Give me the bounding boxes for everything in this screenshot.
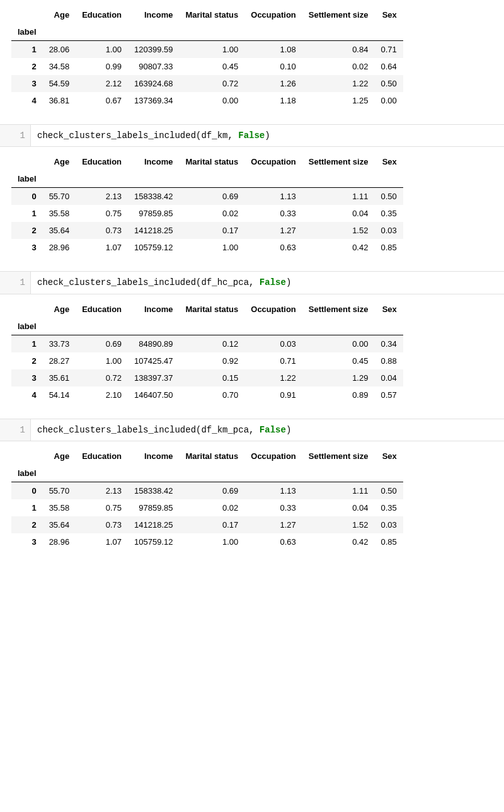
cell: 0.33 xyxy=(244,499,302,516)
cell: 97859.85 xyxy=(128,499,179,516)
column-header: Sex xyxy=(374,6,403,23)
cell: 0.03 xyxy=(244,335,302,352)
cell: 90807.33 xyxy=(128,58,179,75)
column-header: Age xyxy=(43,448,76,465)
row-label: 3 xyxy=(11,75,43,92)
cell: 0.71 xyxy=(374,41,403,59)
cell: 0.85 xyxy=(374,239,403,256)
code-cell[interactable]: 1 check_clusters_labels_included(df_km, … xyxy=(0,124,504,147)
cell: 146407.50 xyxy=(128,386,179,403)
column-header: Settlement size xyxy=(302,6,375,23)
keyword-false: False xyxy=(260,277,286,287)
cell: 0.42 xyxy=(302,533,375,550)
cell: 1.00 xyxy=(179,533,244,550)
row-label: 2 xyxy=(11,58,43,75)
cell: 0.99 xyxy=(76,58,128,75)
line-number: 1 xyxy=(0,272,31,293)
table-row: 454.142.10146407.500.700.910.890.57 xyxy=(11,386,403,403)
notebook: AgeEducationIncomeMarital statusOccupati… xyxy=(0,0,504,566)
table-row: 436.810.67137369.340.001.181.250.00 xyxy=(11,92,403,109)
cell: 0.69 xyxy=(76,335,128,352)
code-text: check_clusters_labels_included(df_hc_pca… xyxy=(37,277,260,287)
cell: 28.06 xyxy=(43,41,76,59)
column-header: Settlement size xyxy=(302,153,375,170)
cell: 0.67 xyxy=(76,92,128,109)
cell: 34.58 xyxy=(43,58,76,75)
column-header: Marital status xyxy=(179,6,244,23)
code-text: check_clusters_labels_included(df_km, xyxy=(37,130,238,141)
column-header: Occupation xyxy=(244,301,302,318)
code-content[interactable]: check_clusters_labels_included(df_hc_pca… xyxy=(31,272,504,293)
cell: 0.50 xyxy=(374,75,403,92)
cell: 0.72 xyxy=(76,369,128,386)
table-row: 235.640.73141218.250.171.271.520.03 xyxy=(11,516,403,533)
row-label: 1 xyxy=(11,335,43,352)
table-row: 328.961.07105759.121.000.630.420.85 xyxy=(11,533,403,550)
cell: 54.14 xyxy=(43,386,76,403)
index-name: label xyxy=(11,170,43,188)
code-cell[interactable]: 1 check_clusters_labels_included(df_hc_p… xyxy=(0,271,504,294)
cell: 0.72 xyxy=(179,75,244,92)
code-content[interactable]: check_clusters_labels_included(df_km, Fa… xyxy=(31,125,504,146)
cell: 84890.89 xyxy=(128,335,179,352)
cell: 0.04 xyxy=(374,369,403,386)
cell: 1.07 xyxy=(76,533,128,550)
cell: 2.10 xyxy=(76,386,128,403)
cell: 0.35 xyxy=(374,499,403,516)
code-content[interactable]: check_clusters_labels_included(df_km_pca… xyxy=(31,419,504,441)
cell: 0.02 xyxy=(302,58,375,75)
table-row: 228.271.00107425.470.920.710.450.88 xyxy=(11,352,403,369)
cell: 55.70 xyxy=(43,188,76,206)
cell: 1.22 xyxy=(244,369,302,386)
row-label: 1 xyxy=(11,499,43,516)
code-cell[interactable]: 1 check_clusters_labels_included(df_km_p… xyxy=(0,419,504,441)
cell: 138397.37 xyxy=(128,369,179,386)
cell: 0.04 xyxy=(302,205,375,222)
keyword-false: False xyxy=(238,130,265,141)
cell: 28.96 xyxy=(43,239,76,256)
cell: 0.85 xyxy=(374,533,403,550)
column-header: Occupation xyxy=(244,153,302,170)
cell: 0.73 xyxy=(76,222,128,239)
code-text: ) xyxy=(286,425,291,435)
column-header: Marital status xyxy=(179,448,244,465)
cell: 0.84 xyxy=(302,41,375,59)
index-name: label xyxy=(11,23,43,41)
column-header: Income xyxy=(128,301,179,318)
dataframe-table: AgeEducationIncomeMarital statusOccupati… xyxy=(11,6,403,109)
row-label: 0 xyxy=(11,482,43,500)
cell: 0.88 xyxy=(374,352,403,369)
column-header: Settlement size xyxy=(302,448,375,465)
cell: 1.27 xyxy=(244,222,302,239)
column-header: Occupation xyxy=(244,6,302,23)
output-block: AgeEducationIncomeMarital statusOccupati… xyxy=(0,441,504,566)
column-header: Sex xyxy=(374,448,403,465)
row-label: 4 xyxy=(11,92,43,109)
cell: 36.81 xyxy=(43,92,76,109)
cell: 120399.59 xyxy=(128,41,179,59)
table-row: 354.592.12163924.680.721.261.220.50 xyxy=(11,75,403,92)
cell: 1.11 xyxy=(302,482,375,500)
table-row: 335.610.72138397.370.151.221.290.04 xyxy=(11,369,403,386)
table-row: 135.580.7597859.850.020.330.040.35 xyxy=(11,499,403,516)
cell: 105759.12 xyxy=(128,239,179,256)
cell: 0.35 xyxy=(374,205,403,222)
cell: 28.96 xyxy=(43,533,76,550)
cell: 1.00 xyxy=(76,41,128,59)
cell: 0.50 xyxy=(374,482,403,500)
cell: 2.13 xyxy=(76,482,128,500)
cell: 0.70 xyxy=(179,386,244,403)
cell: 163924.68 xyxy=(128,75,179,92)
dataframe-table: AgeEducationIncomeMarital statusOccupati… xyxy=(11,301,403,403)
output-block: AgeEducationIncomeMarital statusOccupati… xyxy=(0,0,504,124)
cell: 1.26 xyxy=(244,75,302,92)
cell: 0.75 xyxy=(76,499,128,516)
cell: 1.52 xyxy=(302,222,375,239)
cell: 97859.85 xyxy=(128,205,179,222)
cell: 0.45 xyxy=(179,58,244,75)
cell: 35.58 xyxy=(43,205,76,222)
table-row: 128.061.00120399.591.001.080.840.71 xyxy=(11,41,403,59)
cell: 35.58 xyxy=(43,499,76,516)
index-name: label xyxy=(11,465,43,482)
cell: 0.89 xyxy=(302,386,375,403)
